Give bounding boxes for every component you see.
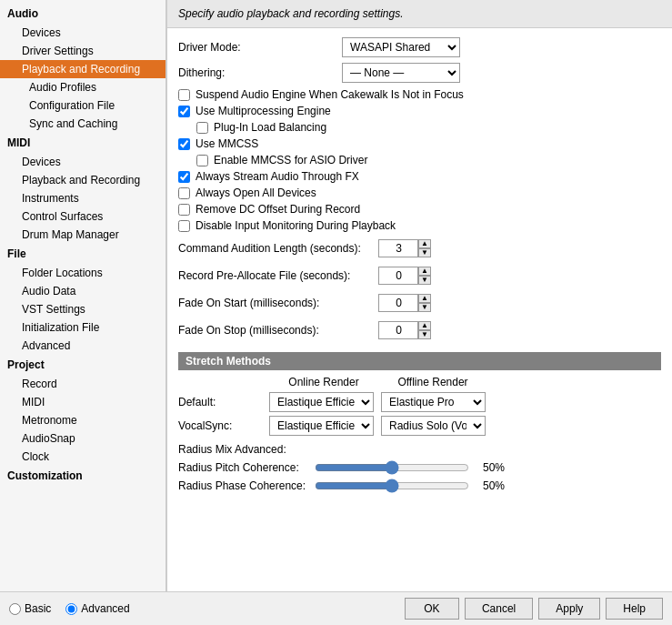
sidebar-section-file: File	[0, 244, 165, 264]
sidebar-item-record[interactable]: Record	[0, 375, 165, 393]
stretch-default-label: Default:	[178, 396, 269, 408]
cb-disable-monitoring: Disable Input Monitoring During Playback	[178, 219, 661, 232]
record-prealloc-down[interactable]: ▼	[418, 276, 431, 285]
cb-suspend: Suspend Audio Engine When Cakewalk Is No…	[178, 88, 661, 101]
stretch-vocalsync-label: VocalSync:	[178, 419, 269, 432]
cb-remove-dc-input[interactable]	[178, 204, 190, 216]
fade-start-input[interactable]	[378, 294, 418, 312]
fade-stop-label: Fade On Stop (milliseconds):	[178, 324, 378, 337]
sidebar-item-driver-settings[interactable]: Driver Settings	[0, 42, 165, 60]
phase-coherence-slider[interactable]	[315, 479, 469, 492]
cb-open-devices-label: Always Open All Devices	[196, 186, 316, 199]
cb-mmcss-asio: Enable MMCSS for ASIO Driver	[196, 154, 661, 166]
content-body: Driver Mode: WASAPI Shared WASAPI Exclus…	[167, 28, 672, 591]
sidebar-item-audio-data[interactable]: Audio Data	[0, 282, 165, 300]
cmd-audition-label: Command Audition Length (seconds):	[178, 242, 378, 255]
sidebar-item-vst-settings[interactable]: VST Settings	[0, 300, 165, 318]
sidebar-item-midi-playback[interactable]: Playback and Recording	[0, 171, 165, 189]
cb-suspend-input[interactable]	[178, 89, 190, 101]
sidebar-item-playback-recording[interactable]: Playback and Recording	[0, 60, 165, 78]
cmd-audition-spinner: ▲ ▼	[378, 239, 431, 257]
cb-multiprocessing-input[interactable]	[178, 106, 190, 117]
sidebar-item-configuration-file[interactable]: Configuration File	[0, 96, 165, 115]
dithering-select[interactable]: — None — Triangular Shaped	[342, 63, 460, 83]
help-button[interactable]: Help	[606, 598, 663, 620]
sidebar-section-project: Project	[0, 355, 165, 375]
pitch-coherence-label: Radius Pitch Coherence:	[178, 461, 315, 474]
cancel-button[interactable]: Cancel	[465, 598, 533, 620]
pitch-coherence-value: 50%	[473, 461, 505, 474]
fade-stop-down[interactable]: ▼	[418, 330, 431, 339]
sidebar-item-metronome[interactable]: Metronome	[0, 411, 165, 429]
pitch-coherence-slider[interactable]	[315, 461, 469, 474]
sidebar-section-midi: MIDI	[0, 133, 165, 153]
cb-mmcss-asio-input[interactable]	[196, 155, 208, 166]
cmd-audition-input[interactable]	[378, 239, 418, 257]
cb-stream-fx-input[interactable]	[178, 171, 190, 183]
offline-render-col-header: Offline Render	[378, 376, 487, 388]
cb-disable-monitoring-input[interactable]	[178, 220, 190, 232]
cmd-audition-down[interactable]: ▼	[418, 248, 431, 257]
cb-remove-dc-label: Remove DC Offset During Record	[196, 203, 360, 216]
basic-label: Basic	[25, 602, 51, 615]
record-prealloc-row: Record Pre-Allocate File (seconds): ▲ ▼	[178, 267, 661, 288]
basic-radio-group: Basic	[9, 602, 51, 615]
record-prealloc-label: Record Pre-Allocate File (seconds):	[178, 269, 378, 282]
sidebar-item-file-advanced[interactable]: Advanced	[0, 337, 165, 355]
apply-button[interactable]: Apply	[538, 598, 600, 620]
dithering-label: Dithering:	[178, 66, 342, 79]
sidebar-section-audio: Audio	[0, 4, 165, 24]
sidebar-item-drum-map-manager[interactable]: Drum Map Manager	[0, 226, 165, 244]
cb-mmcss-input[interactable]	[178, 138, 190, 150]
cb-disable-monitoring-label: Disable Input Monitoring During Playback	[196, 219, 396, 232]
phase-coherence-value: 50%	[473, 479, 505, 492]
driver-mode-row: Driver Mode: WASAPI Shared WASAPI Exclus…	[178, 37, 661, 57]
stretch-default-online-select[interactable]: Elastique Efficient Elastique Pro Radius…	[269, 392, 374, 412]
cb-remove-dc: Remove DC Offset During Record	[178, 203, 661, 216]
ok-button[interactable]: OK	[405, 598, 459, 620]
record-prealloc-up[interactable]: ▲	[418, 267, 431, 276]
cb-mmcss-label: Use MMCSS	[196, 137, 258, 150]
advanced-radio[interactable]	[65, 603, 77, 615]
bottom-bar: Basic Advanced OK Cancel Apply Help	[0, 591, 672, 625]
sidebar-item-control-surfaces[interactable]: Control Surfaces	[0, 207, 165, 226]
cb-mmcss: Use MMCSS	[178, 137, 661, 150]
cmd-audition-up[interactable]: ▲	[418, 239, 431, 248]
cb-open-devices-input[interactable]	[178, 187, 190, 199]
fade-stop-spinner: ▲ ▼	[378, 321, 431, 339]
sidebar-item-audio-devices[interactable]: Devices	[0, 24, 165, 42]
cb-multiprocessing: Use Multiprocessing Engine	[178, 105, 661, 117]
stretch-default-row: Default: Elastique Efficient Elastique P…	[178, 392, 661, 412]
sidebar-item-midi-project[interactable]: MIDI	[0, 393, 165, 411]
stretch-col-headers: Online Render Offline Render	[178, 376, 661, 388]
cb-plugin-load-input[interactable]	[196, 122, 208, 134]
sidebar-item-audio-profiles[interactable]: Audio Profiles	[0, 78, 165, 96]
phase-coherence-row: Radius Phase Coherence: 50%	[178, 479, 661, 492]
basic-radio[interactable]	[9, 603, 21, 615]
fade-start-down[interactable]: ▼	[418, 303, 431, 312]
sidebar-item-audiosnap[interactable]: AudioSnap	[0, 429, 165, 448]
sidebar-item-folder-locations[interactable]: Folder Locations	[0, 264, 165, 282]
record-prealloc-input[interactable]	[378, 267, 418, 285]
sidebar: Audio Devices Driver Settings Playback a…	[0, 0, 166, 591]
bottom-buttons: OK Cancel Apply Help	[405, 598, 663, 620]
stretch-vocalsync-online-select[interactable]: Elastique Efficient Elastique Pro Radius…	[269, 416, 374, 436]
dithering-row: Dithering: — None — Triangular Shaped	[178, 63, 661, 83]
fade-stop-input[interactable]	[378, 321, 418, 339]
stretch-vocalsync-offline-select[interactable]: Elastique Efficient Elastique Pro Radius…	[381, 416, 486, 436]
stretch-default-offline-select[interactable]: Elastique Efficient Elastique Pro Radius…	[381, 392, 486, 412]
fade-start-up[interactable]: ▲	[418, 294, 431, 303]
driver-mode-select[interactable]: WASAPI Shared WASAPI Exclusive ASIO WDM/…	[342, 37, 460, 57]
sidebar-item-clock[interactable]: Clock	[0, 448, 165, 466]
fade-stop-up[interactable]: ▲	[418, 321, 431, 330]
sidebar-item-instruments[interactable]: Instruments	[0, 189, 165, 207]
sidebar-item-midi-devices[interactable]: Devices	[0, 153, 165, 171]
stretch-methods-section: Stretch Methods Online Render Offline Re…	[178, 352, 661, 492]
content-panel: Specify audio playback and recording set…	[167, 0, 672, 591]
online-render-col-header: Online Render	[269, 376, 378, 388]
radius-mix-label: Radius Mix Advanced:	[178, 443, 661, 456]
cb-mmcss-asio-label: Enable MMCSS for ASIO Driver	[214, 154, 367, 166]
cb-multiprocessing-label: Use Multiprocessing Engine	[196, 105, 331, 117]
sidebar-item-sync-caching[interactable]: Sync and Caching	[0, 115, 165, 133]
sidebar-item-initialization-file[interactable]: Initialization File	[0, 318, 165, 337]
